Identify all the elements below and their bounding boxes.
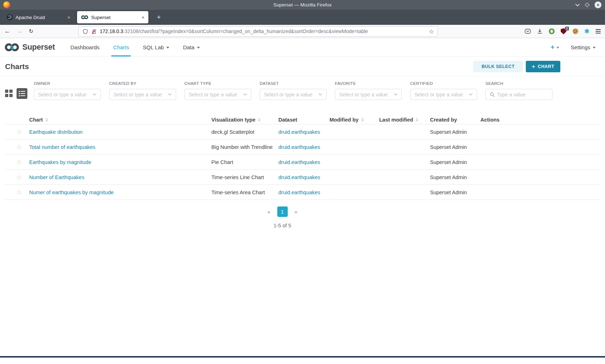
nav-item-charts[interactable]: Charts	[106, 38, 136, 56]
viz-type-cell: Big Number with Trendline	[211, 144, 278, 150]
settings-menu[interactable]: Settings	[571, 44, 596, 50]
table-row: ☆ Number of Earthquakes Time-series Line…	[5, 170, 600, 185]
nav-item-sql-lab[interactable]: SQL Lab	[136, 38, 176, 56]
list-view-icon[interactable]	[17, 88, 27, 99]
tab-superset[interactable]: Superset ×	[77, 11, 148, 23]
ublock-icon[interactable]: 2	[561, 28, 566, 35]
chart-link[interactable]: Total number of earthquakes	[29, 144, 95, 150]
filter-chart-type: CHART TYPE Select or type a value	[184, 81, 251, 100]
favorite-star-icon[interactable]: ☆	[16, 159, 22, 165]
nav-label: Dashboards	[70, 44, 99, 50]
filter-label: CREATED BY	[109, 81, 176, 86]
back-button[interactable]: ←	[4, 28, 10, 35]
dataset-link[interactable]: druid.earthquakes	[278, 174, 320, 180]
pocket-icon[interactable]	[525, 28, 531, 34]
chart-link[interactable]: Earthquake distribution	[29, 129, 82, 135]
dataset-link[interactable]: druid.earthquakes	[278, 144, 320, 150]
favorite-star-icon[interactable]: ☆	[16, 174, 22, 181]
created-by-cell: Superset Admin	[430, 159, 480, 165]
nav-item-dashboards[interactable]: Dashboards	[63, 38, 106, 56]
dataset-link[interactable]: druid.earthquakes	[278, 129, 320, 135]
owner-select[interactable]: Select or type a value	[34, 89, 101, 100]
column-label: Created by	[430, 117, 457, 123]
forward-button[interactable]: →	[17, 28, 23, 35]
chevron-down-icon	[318, 93, 322, 96]
column-header-modified-by[interactable]: Modified by	[330, 117, 379, 123]
column-header-created-by: Created by	[430, 117, 480, 123]
plus-icon: +	[532, 63, 535, 69]
add-chart-button[interactable]: +CHART	[526, 61, 560, 72]
search-input[interactable]: Type a value	[485, 89, 552, 100]
window-titlebar: Superset — Mozilla Firefox ×	[0, 0, 605, 10]
url-bar[interactable]: 172.18.0.3:32108/chart/list/?pageIndex=0…	[79, 26, 438, 37]
bookmark-star-icon[interactable]: ☆	[429, 28, 434, 35]
window-title: Superset — Mozilla Firefox	[0, 2, 605, 8]
favorite-star-icon[interactable]: ☆	[16, 129, 22, 135]
bottom-edge-bar	[0, 356, 605, 358]
pagination-next[interactable]: »	[295, 209, 297, 215]
pagination-prev[interactable]: «	[267, 209, 270, 215]
minimize-icon[interactable]	[575, 4, 580, 6]
nav-label: Data	[183, 44, 194, 50]
certified-select[interactable]: Select or type a value	[410, 89, 477, 100]
pagination-page-1[interactable]: 1	[277, 206, 288, 217]
tab-apache-druid[interactable]: Apache Druid ×	[3, 11, 74, 23]
maximize-icon[interactable]	[585, 3, 590, 7]
favorite-star-icon[interactable]: ☆	[16, 144, 22, 150]
downloads-icon[interactable]	[537, 28, 543, 34]
column-header-last-modified[interactable]: Last modified	[379, 117, 430, 123]
filter-label: FAVORITE	[335, 81, 402, 86]
select-placeholder: Select or type a value	[339, 92, 391, 97]
created-by-cell: Superset Admin	[430, 129, 480, 135]
favorite-star-icon[interactable]: ☆	[16, 189, 22, 196]
nav-label: SQL Lab	[143, 44, 164, 50]
dataset-link[interactable]: druid.earthquakes	[278, 190, 320, 195]
shield-icon[interactable]	[82, 29, 88, 35]
lock-disabled-icon[interactable]	[91, 29, 97, 35]
table-header-row: Chart Visualization type Dataset Modifie…	[5, 115, 600, 124]
caret-down-icon	[197, 47, 200, 49]
created-by-select[interactable]: Select or type a value	[109, 89, 176, 100]
filter-search: SEARCH Type a value	[485, 81, 552, 100]
viz-type-cell: Pie Chart	[211, 159, 278, 165]
column-header-chart[interactable]: Chart	[29, 117, 211, 123]
dataset-link[interactable]: druid.earthquakes	[278, 159, 320, 165]
tab-close-icon[interactable]: ×	[142, 15, 144, 20]
charts-table: Chart Visualization type Dataset Modifie…	[5, 115, 600, 200]
nav-item-data[interactable]: Data	[176, 38, 207, 56]
cookie-extension-icon[interactable]	[573, 28, 578, 34]
new-tab-button[interactable]: +	[154, 13, 163, 22]
favorite-select[interactable]: Select or type a value	[335, 89, 402, 100]
bulk-select-button[interactable]: BULK SELECT	[473, 61, 523, 72]
filter-bar: OWNER Select or type a value CREATED BY …	[5, 81, 561, 100]
created-by-cell: Superset Admin	[430, 190, 480, 195]
url-text: 172.18.0.3:32108/chart/list/?pageIndex=0…	[100, 29, 426, 34]
header-divider	[0, 76, 605, 76]
new-item-button[interactable]: +	[551, 43, 559, 51]
menu-hamburger-icon[interactable]	[596, 29, 601, 33]
filter-owner: OWNER Select or type a value	[34, 81, 101, 100]
superset-brand[interactable]: Superset	[4, 42, 55, 52]
column-header-viz-type[interactable]: Visualization type	[211, 117, 278, 123]
created-by-cell: Superset Admin	[430, 174, 480, 180]
chevron-down-icon	[168, 93, 172, 96]
select-placeholder: Select or type a value	[113, 92, 166, 97]
chart-link[interactable]: Earthquakes by magnitude	[29, 159, 91, 165]
sparkle-extension-icon[interactable]: ✱	[584, 28, 590, 35]
chart-type-select[interactable]: Select or type a value	[184, 89, 251, 100]
viz-type-cell: deck.gl Scatterplot	[211, 129, 278, 135]
chevron-down-icon	[93, 93, 97, 96]
card-view-icon[interactable]	[5, 90, 13, 97]
chart-link[interactable]: Numer of earthquakes by magnitude	[29, 190, 114, 195]
dataset-select[interactable]: Select or type a value	[260, 89, 327, 100]
chart-link[interactable]: Number of Earthquakes	[29, 174, 84, 180]
tab-close-icon[interactable]: ×	[67, 15, 70, 20]
window-close-icon[interactable]: ×	[595, 1, 601, 8]
chevron-down-icon	[394, 93, 398, 96]
search-icon	[490, 92, 495, 97]
ublock-badge: 2	[565, 27, 569, 31]
reload-button[interactable]: ↻	[29, 28, 33, 35]
select-placeholder: Select or type a value	[414, 92, 467, 97]
sort-icon	[258, 118, 261, 122]
privacy-badger-icon[interactable]	[549, 28, 555, 34]
